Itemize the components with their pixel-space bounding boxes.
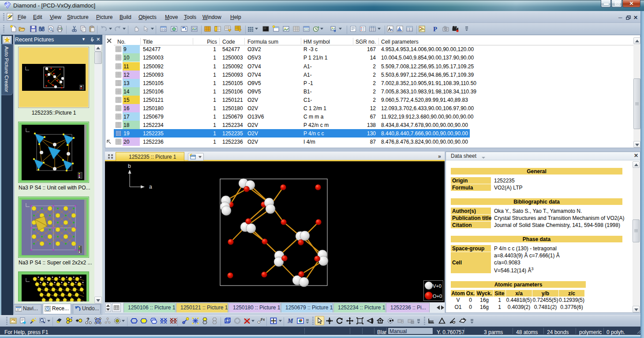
- svg-text:V+0: V+0: [433, 283, 442, 289]
- svg-text:a: a: [149, 184, 152, 190]
- svg-text:?: ?: [86, 317, 90, 322]
- svg-text:P: P: [433, 26, 437, 33]
- svg-text:M: M: [287, 318, 293, 324]
- svg-text:b: b: [128, 163, 131, 169]
- svg-text:Fe: Fe: [261, 317, 265, 322]
- svg-text:O+0: O+0: [433, 293, 442, 299]
